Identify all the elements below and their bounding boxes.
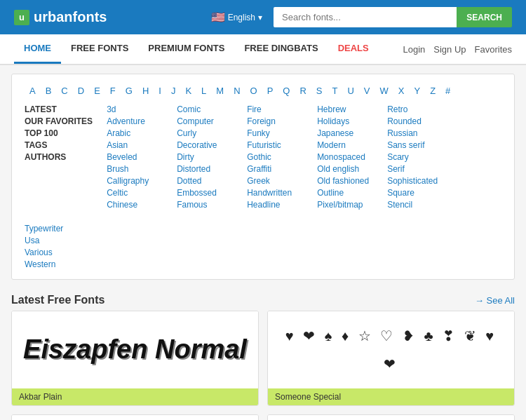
font-card-2[interactable]: Recycled BitRecycled Bit by AlneiExtreme [11,414,259,420]
cat-decorative[interactable]: Decorative [177,140,233,150]
cat-various[interactable]: Various [25,248,81,257]
cat-arabic[interactable]: Arabic [107,128,163,138]
cat-pixel/bitmap[interactable]: Pixel/bitmap [317,200,373,210]
cat-top-100[interactable]: TOP 100 [25,128,93,138]
cat-authors[interactable]: AUTHORS [25,152,93,162]
login-link[interactable]: Login [403,44,425,55]
search-input[interactable] [274,7,457,27]
alpha-u[interactable]: U [342,84,358,97]
alpha-p[interactable]: P [262,84,278,97]
cat-modern[interactable]: Modern [317,140,373,150]
cat-russian[interactable]: Russian [387,128,443,138]
font-card-0[interactable]: Eiszapfen NormalAkbar Plain [11,311,259,406]
cat-beveled[interactable]: Beveled [107,152,163,162]
alpha-z[interactable]: Z [425,84,440,97]
alpha-v[interactable]: V [359,84,375,97]
cat-adventure[interactable]: Adventure [107,116,163,126]
nav-home[interactable]: HOME [14,34,61,64]
alpha-s[interactable]: S [311,84,328,97]
cat-japanese[interactable]: Japanese [317,128,373,138]
cat-handwritten[interactable]: Handwritten [247,188,303,198]
cat-computer[interactable]: Computer [177,116,233,126]
cat-serif[interactable]: Serif [387,164,443,174]
cat-dotted[interactable]: Dotted [177,176,233,186]
alpha-x[interactable]: X [393,84,410,97]
alpha-#[interactable]: # [440,84,455,97]
cat-sophisticated[interactable]: Sophisticated [387,176,443,186]
cat-monospaced[interactable]: Monospaced [317,152,373,162]
alpha-d[interactable]: D [73,84,89,97]
alpha-i[interactable]: I [154,84,166,97]
cat-greek[interactable]: Greek [247,176,303,186]
cat-comic[interactable]: Comic [177,104,233,114]
cat-usa[interactable]: Usa [25,236,81,245]
cat-old-english[interactable]: Old english [317,164,373,174]
language-selector[interactable]: 🇺🇸 English ▾ [211,11,262,24]
alpha-b[interactable]: B [41,84,57,97]
nav-premium-fonts[interactable]: PREMIUM FONTS [138,34,234,64]
chevron-down-icon: ▾ [258,13,262,22]
cat-headline[interactable]: Headline [247,200,303,210]
alpha-c[interactable]: C [56,84,72,97]
nav-deals[interactable]: DEALS [328,34,379,64]
cat-chinese[interactable]: Chinese [107,200,163,210]
cat-holidays[interactable]: Holidays [317,116,373,126]
alpha-e[interactable]: E [89,84,105,97]
cat-graffiti[interactable]: Graffiti [247,164,303,174]
cat-curly[interactable]: Curly [177,128,233,138]
alpha-t[interactable]: T [328,84,343,97]
cat-outline[interactable]: Outline [317,188,373,198]
cat-foreign[interactable]: Foreign [247,116,303,126]
cat-typewriter[interactable]: Typewriter [25,224,81,233]
cat-famous[interactable]: Famous [177,200,233,210]
cat-old-fashioned[interactable]: Old fashioned [317,176,373,186]
see-all-link[interactable]: → See All [475,295,515,306]
alpha-l[interactable]: L [196,84,211,97]
signup-link[interactable]: Sign Up [433,44,466,55]
cat-calligraphy[interactable]: Calligraphy [107,176,163,186]
cat-square[interactable]: Square [387,188,443,198]
search-button[interactable]: SEARCH [457,7,512,27]
alpha-f[interactable]: F [105,84,121,97]
cat-celtic[interactable]: Celtic [107,188,163,198]
alpha-o[interactable]: O [245,84,262,97]
cat-hebrew[interactable]: Hebrew [317,104,373,114]
cat-stencil[interactable]: Stencil [387,200,443,210]
cat-tags[interactable]: TAGS [25,140,93,150]
cat-sans-serif[interactable]: Sans serif [387,140,443,150]
cat-embossed[interactable]: Embossed [177,188,233,198]
cat-our-favorites[interactable]: OUR FAVORITES [25,116,93,126]
cat-brush[interactable]: Brush [107,164,163,174]
cat-asian[interactable]: Asian [107,140,163,150]
alpha-y[interactable]: Y [409,84,425,97]
alpha-m[interactable]: M [211,84,229,97]
cat-futuristic[interactable]: Futuristic [247,140,303,150]
cat-latest[interactable]: LATEST [25,104,93,114]
cat-dirty[interactable]: Dirty [177,152,233,162]
cat-gothic[interactable]: Gothic [247,152,303,162]
font-card-3[interactable]: Calypsoka OneCalypsoka One by Octotype [267,414,515,420]
cat-rounded[interactable]: Rounded [387,116,443,126]
font-card-1[interactable]: ♥ ❤ ♠ ♦ ☆ ♡ ❥ ♣ ❣ ❦ ♥ ❤Someone Special [267,311,515,406]
alpha-g[interactable]: G [121,84,137,97]
cat-scary[interactable]: Scary [387,152,443,162]
cat-western[interactable]: Western [25,259,81,269]
alpha-k[interactable]: K [180,84,196,97]
logo[interactable]: u urbanfonts [14,9,107,25]
alpha-j[interactable]: J [166,84,181,97]
favorites-link[interactable]: Favorites [475,44,512,55]
alpha-h[interactable]: H [137,84,154,97]
nav-free-dingbats[interactable]: FREE DINGBATS [234,34,328,64]
alpha-q[interactable]: Q [278,84,295,97]
cat-retro[interactable]: Retro [387,104,443,114]
latest-fonts-title: Latest Free Fonts [11,294,104,306]
alpha-r[interactable]: R [295,84,311,97]
cat-funky[interactable]: Funky [247,128,303,138]
alpha-w[interactable]: W [375,84,393,97]
cat-fire[interactable]: Fire [247,104,303,114]
nav-free-fonts[interactable]: FREE FONTS [61,34,138,64]
alpha-a[interactable]: A [25,84,41,97]
cat-3d[interactable]: 3d [107,104,163,114]
alpha-n[interactable]: N [229,84,245,97]
cat-distorted[interactable]: Distorted [177,164,233,174]
